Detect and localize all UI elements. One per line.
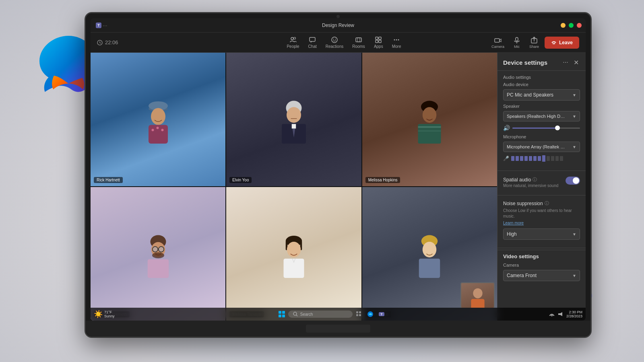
speaker-dropdown[interactable]: Speakers (Realtech High Definit...) ▼	[503, 111, 580, 121]
minimize-button[interactable]	[561, 23, 566, 28]
chat-label: Chat	[308, 44, 317, 49]
svg-rect-21	[376, 40, 378, 43]
panel-title: Device settings	[503, 59, 561, 66]
mic-icon	[513, 37, 520, 44]
svg-point-14	[332, 37, 337, 43]
name-rick: Rick Hartnett	[94, 177, 123, 183]
participant-bg-melissa-t	[226, 187, 361, 321]
participant-melissa-h: Melissa Hopkins	[362, 53, 497, 186]
timer-icon	[97, 40, 103, 45]
spatial-audio-toggle[interactable]	[566, 177, 580, 185]
leave-label: Leave	[559, 40, 573, 45]
participant-elvin: Elvin Yoo	[226, 53, 361, 186]
toolbar-people[interactable]: People	[283, 35, 303, 50]
spatial-audio-subtitle: More natural, immersive sound	[503, 183, 562, 188]
svg-marker-80	[560, 312, 562, 316]
leave-button[interactable]: Leave	[545, 37, 579, 49]
close-button[interactable]	[577, 23, 582, 28]
taskbar-edge-icon[interactable]	[365, 309, 375, 319]
self-view-content	[461, 283, 494, 308]
volume-thumb	[555, 125, 560, 130]
start-button[interactable]	[277, 309, 287, 319]
audio-device-dropdown[interactable]: PC Mic and Speakers ▼	[503, 89, 580, 101]
microphone-dropdown[interactable]: Microphone Array (Realtek High... ▼	[503, 142, 580, 152]
participant-bg-melissa-h	[362, 53, 497, 186]
system-clock: 2:30 PM 2/28/2023	[566, 310, 582, 318]
svg-rect-22	[379, 40, 381, 43]
panel-close-button[interactable]: ✕	[572, 58, 580, 66]
divider-video	[497, 248, 586, 248]
participant-bg-elvin	[226, 53, 361, 186]
noise-suppression-desc: Choose Low if you want others to hear mu…	[503, 208, 580, 219]
toolbar-reactions[interactable]: Reactions	[322, 35, 347, 50]
svg-rect-68	[282, 315, 285, 317]
laptop-screen: T ··· Design Review 22	[91, 18, 586, 321]
maximize-button[interactable]	[569, 23, 574, 28]
window-title: Design Review	[322, 23, 354, 28]
svg-rect-42	[292, 124, 296, 128]
noise-suppression-label: Noise suppression	[503, 201, 543, 206]
camera-value: Camera Front	[507, 273, 537, 278]
timer-display: 22:06	[105, 39, 118, 45]
windows-icon	[278, 311, 285, 318]
svg-rect-74	[359, 314, 361, 316]
toolbar-more[interactable]: More	[388, 35, 405, 50]
taskbar: ☀️ 71°F Sunny	[91, 308, 586, 321]
camera-button[interactable]: Camera	[488, 35, 508, 50]
toolbar-rooms[interactable]: Rooms	[348, 35, 369, 50]
toolbar-nav: People Chat Reactions Rooms	[283, 35, 405, 50]
microphone-value: Microphone Array (Realtek High...	[507, 144, 567, 149]
svg-point-50	[152, 247, 158, 252]
trackpad[interactable]	[306, 325, 370, 333]
svg-point-36	[161, 129, 163, 131]
rooms-icon	[355, 36, 362, 43]
microphone-label: Microphone	[503, 134, 580, 139]
network-icon	[549, 311, 555, 317]
camera-dropdown-arrow: ▼	[572, 274, 576, 278]
toolbar-apps[interactable]: Apps	[370, 35, 387, 50]
camera-dropdown[interactable]: Camera Front ▼	[503, 270, 580, 281]
toolbar-right: Camera Mic Share Leave	[488, 35, 579, 50]
svg-rect-18	[357, 38, 360, 42]
audio-device-label: Audio device	[503, 82, 580, 87]
name-elvin: Elvin Yoo	[229, 177, 252, 183]
video-cell-rick: Rick Hartnett	[91, 53, 225, 186]
noise-suppression-section: Noise suppression ⓘ Choose Low if you wa…	[497, 197, 586, 246]
video-cell-elvin: Elvin Yoo	[226, 53, 361, 186]
svg-text:T: T	[380, 313, 382, 316]
participant-rick: Rick Hartnett	[91, 53, 225, 186]
camera-icon	[494, 37, 502, 44]
toolbar-chat[interactable]: Chat	[304, 35, 321, 50]
clock-time: 2:30 PM	[569, 310, 582, 314]
self-view-thumbnail	[460, 282, 495, 309]
spatial-audio-title: Spatial audio ⓘ	[503, 177, 562, 183]
volume-slider[interactable]	[512, 128, 580, 129]
call-timer: 22:06	[97, 39, 118, 45]
svg-point-51	[158, 247, 164, 252]
mic-button[interactable]: Mic	[510, 35, 524, 50]
video-cell-jenna: Jenna Bate	[362, 187, 497, 321]
toggle-knob	[573, 177, 579, 184]
svg-rect-17	[356, 38, 361, 42]
weather-condition: Sunny	[104, 314, 115, 318]
taskbar-apps-icon[interactable]	[354, 309, 364, 319]
taskbar-teams-icon[interactable]: T	[377, 309, 386, 319]
title-bar-menu[interactable]: ···	[103, 22, 107, 29]
share-button[interactable]: Share	[526, 35, 542, 50]
weather-info: 71°F Sunny	[104, 310, 115, 318]
spatial-audio-section: Spatial audio ⓘ More natural, immersive …	[497, 173, 586, 193]
spatial-audio-info-icon[interactable]: ⓘ	[533, 177, 537, 183]
panel-more-button[interactable]: ···	[561, 58, 570, 66]
temperature: 71°F	[104, 310, 115, 314]
divider-noise	[497, 195, 586, 195]
noise-info-icon[interactable]: ⓘ	[545, 200, 549, 206]
noise-suppression-title: Noise suppression ⓘ	[503, 200, 580, 206]
taskbar-search[interactable]: Search	[288, 311, 353, 318]
svg-point-78	[551, 315, 552, 317]
volume-fill	[512, 128, 560, 129]
speaker-value: Speakers (Realtech High Definit...)	[507, 114, 567, 119]
panel-header: Device settings ··· ✕	[497, 53, 586, 71]
learn-more-link[interactable]: Learn more	[503, 221, 580, 225]
noise-suppression-dropdown[interactable]: High ▼	[503, 228, 580, 240]
svg-rect-62	[419, 259, 440, 278]
